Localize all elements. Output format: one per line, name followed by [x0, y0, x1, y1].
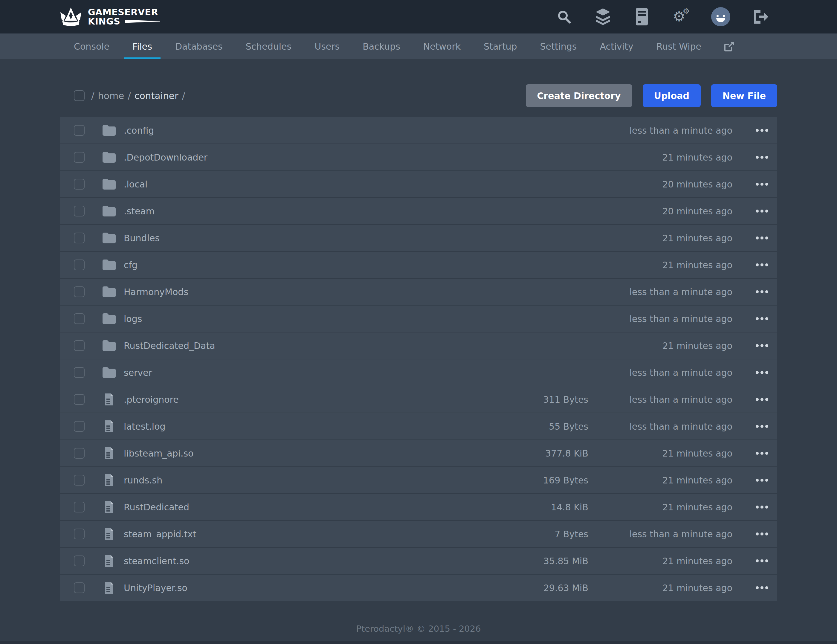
nav-tab-console[interactable]: Console	[66, 33, 118, 59]
ellipsis-icon	[765, 479, 768, 481]
select-all-checkbox[interactable]	[74, 90, 85, 101]
row-actions-button[interactable]	[732, 183, 768, 186]
row-actions-button[interactable]	[732, 506, 768, 509]
folder-row-server[interactable]: server less than a minute ago	[60, 359, 777, 386]
row-checkbox[interactable]	[74, 152, 85, 163]
row-actions-button[interactable]	[732, 344, 768, 347]
row-checkbox[interactable]	[74, 502, 85, 513]
external-link-icon[interactable]	[716, 33, 743, 59]
row-checkbox[interactable]	[74, 340, 85, 351]
folder-row-cfg[interactable]: cfg 21 minutes ago	[60, 252, 777, 278]
folder-row-.local[interactable]: .local 20 minutes ago	[60, 171, 777, 197]
nav-tab-rust-wipe[interactable]: Rust Wipe	[648, 33, 710, 59]
nav-tab-databases[interactable]: Databases	[167, 33, 231, 59]
ellipsis-icon	[756, 129, 759, 132]
row-actions-button[interactable]	[732, 586, 768, 589]
row-actions-button[interactable]	[732, 479, 768, 481]
row-actions-button[interactable]	[732, 263, 768, 266]
create-directory-button[interactable]: Create Directory	[526, 84, 632, 107]
nav-tab-schedules[interactable]: Schedules	[237, 33, 300, 59]
row-checkbox[interactable]	[74, 555, 85, 566]
row-checkbox[interactable]	[74, 475, 85, 486]
ellipsis-icon	[756, 371, 759, 374]
row-actions-button[interactable]	[732, 532, 768, 536]
row-actions-button[interactable]	[732, 317, 768, 320]
nav-tab-startup[interactable]: Startup	[475, 33, 525, 59]
server-icon[interactable]	[633, 7, 650, 26]
file-name: .steam	[124, 206, 499, 217]
row-actions-button[interactable]	[732, 371, 768, 374]
folder-icon	[103, 125, 116, 136]
row-checkbox[interactable]	[74, 529, 85, 539]
upload-button[interactable]: Upload	[643, 84, 701, 107]
file-row-steam_appid.txt[interactable]: steam_appid.txt 7 Bytes less than a minu…	[60, 521, 777, 547]
file-row-latest.log[interactable]: latest.log 55 Bytes less than a minute a…	[60, 413, 777, 440]
nav-tab-files[interactable]: Files	[124, 33, 161, 59]
row-checkbox[interactable]	[74, 421, 85, 432]
folder-row-RustDedicated_Data[interactable]: RustDedicated_Data 21 minutes ago	[60, 332, 777, 359]
new-file-button[interactable]: New File	[711, 84, 777, 107]
layers-icon[interactable]	[594, 7, 611, 26]
row-actions-button[interactable]	[732, 129, 768, 132]
row-checkbox[interactable]	[74, 448, 85, 458]
row-actions-button[interactable]	[732, 210, 768, 213]
row-actions-button[interactable]	[732, 237, 768, 240]
file-row-UnityPlayer.so[interactable]: UnityPlayer.so 29.63 MiB 21 minutes ago	[60, 575, 777, 601]
nav-tab-backups[interactable]: Backups	[354, 33, 409, 59]
file-row-steamclient.so[interactable]: steamclient.so 35.85 MiB 21 minutes ago	[60, 548, 777, 574]
nav-tab-activity[interactable]: Activity	[592, 33, 642, 59]
file-icon	[104, 474, 114, 486]
ellipsis-icon	[765, 237, 768, 240]
nav-tab-network[interactable]: Network	[415, 33, 469, 59]
row-checkbox[interactable]	[74, 286, 85, 297]
row-actions-button[interactable]	[732, 156, 768, 159]
folder-row-.config[interactable]: .config less than a minute ago	[60, 117, 777, 143]
file-row-RustDedicated[interactable]: RustDedicated 14.8 KiB 21 minutes ago	[60, 494, 777, 520]
gears-icon[interactable]: ⚙ ⚙	[672, 7, 689, 26]
folder-row-.steam[interactable]: .steam 20 minutes ago	[60, 198, 777, 224]
breadcrumb-home-link[interactable]: home	[98, 90, 124, 101]
row-actions-button[interactable]	[732, 398, 768, 401]
file-modified: less than a minute ago	[588, 529, 732, 539]
row-checkbox[interactable]	[74, 233, 85, 243]
folder-icon	[103, 367, 116, 378]
row-actions-button[interactable]	[732, 290, 768, 293]
file-row-.pteroignore[interactable]: .pteroignore 311 Bytes less than a minut…	[60, 386, 777, 412]
avatar[interactable]	[711, 7, 730, 26]
row-checkbox[interactable]	[74, 313, 85, 324]
row-actions-button[interactable]	[732, 559, 768, 562]
folder-row-logs[interactable]: logs less than a minute ago	[60, 306, 777, 332]
folder-icon	[103, 313, 116, 324]
ellipsis-icon	[756, 183, 759, 186]
row-actions-button[interactable]	[732, 425, 768, 428]
ellipsis-icon	[765, 452, 768, 455]
file-row-libsteam_api.so[interactable]: libsteam_api.so 377.8 KiB 21 minutes ago	[60, 440, 777, 467]
nav-tab-users[interactable]: Users	[306, 33, 348, 59]
folder-row-HarmonyMods[interactable]: HarmonyMods less than a minute ago	[60, 279, 777, 305]
search-icon[interactable]	[556, 7, 573, 26]
nav-tab-label: Schedules	[246, 41, 292, 52]
row-checkbox[interactable]	[74, 367, 85, 378]
signout-icon[interactable]	[752, 7, 769, 26]
ellipsis-icon	[765, 398, 768, 401]
row-checkbox[interactable]	[74, 206, 85, 217]
nav-tab-label: Console	[74, 41, 109, 52]
row-checkbox[interactable]	[74, 260, 85, 270]
row-checkbox[interactable]	[74, 179, 85, 189]
brand-logo[interactable]: GAMESERVER KINGS	[60, 7, 160, 26]
ellipsis-icon	[760, 425, 763, 428]
ellipsis-icon	[760, 263, 763, 266]
file-size: 55 Bytes	[499, 421, 588, 432]
file-row-runds.sh[interactable]: runds.sh 169 Bytes 21 minutes ago	[60, 467, 777, 493]
folder-row-.DepotDownloader[interactable]: .DepotDownloader 21 minutes ago	[60, 144, 777, 171]
row-checkbox[interactable]	[74, 125, 85, 136]
nav-tab-settings[interactable]: Settings	[532, 33, 585, 59]
row-checkbox[interactable]	[74, 394, 85, 405]
breadcrumb: / home / container /	[91, 90, 185, 101]
ellipsis-icon	[760, 237, 763, 240]
row-checkbox[interactable]	[74, 582, 85, 593]
nav-tab-label: Files	[133, 41, 152, 52]
row-actions-button[interactable]	[732, 452, 768, 455]
folder-row-Bundles[interactable]: Bundles 21 minutes ago	[60, 225, 777, 251]
ellipsis-icon	[760, 398, 763, 401]
